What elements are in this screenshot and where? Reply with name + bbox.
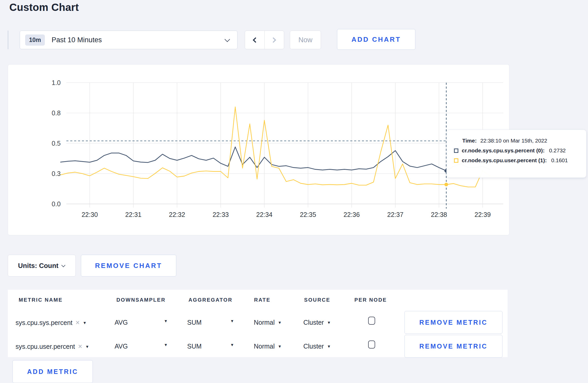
rate-select[interactable]: Normal ▼ bbox=[254, 343, 282, 350]
page-title: Custom Chart bbox=[9, 2, 79, 13]
series-swatch-icon bbox=[454, 148, 458, 153]
x-axis-tick-label: 22:34 bbox=[256, 211, 272, 218]
tooltip-series-name: cr.node.sys.cpu.user.percent (1): bbox=[462, 157, 547, 164]
col-header-aggregator: AGGREGATOR bbox=[188, 297, 233, 303]
y-axis-tick-label: 0.0 bbox=[52, 200, 61, 208]
col-header-downsampler: DOWNSAMPLER bbox=[116, 297, 166, 303]
metric-name-value: sys.cpu.sys.percent bbox=[16, 319, 73, 327]
y-axis-tick-label: 0.5 bbox=[52, 140, 61, 147]
x-axis-tick-label: 22:30 bbox=[82, 211, 98, 218]
downsampler-select-caret[interactable]: ▼ bbox=[164, 343, 168, 347]
tooltip-series-name: cr.node.sys.cpu.sys.percent (0): bbox=[462, 147, 545, 154]
chevron-left-icon bbox=[253, 37, 258, 42]
tooltip-series-value: 0.2732 bbox=[549, 147, 566, 154]
source-value: Cluster bbox=[303, 319, 324, 326]
aggregator-value[interactable]: SUM bbox=[187, 319, 202, 326]
downsampler-value[interactable]: AVG bbox=[115, 319, 128, 326]
caret-down-icon: ▼ bbox=[327, 320, 331, 325]
now-button[interactable]: Now bbox=[290, 31, 321, 49]
remove-metric-button[interactable]: REMOVE METRIC bbox=[404, 311, 502, 334]
source-value: Cluster bbox=[303, 343, 324, 350]
source-select[interactable]: Cluster ▼ bbox=[303, 343, 331, 350]
clear-icon[interactable]: × bbox=[76, 319, 80, 327]
metric-name-select[interactable]: sys.cpu.user.percent × ▼ bbox=[16, 343, 89, 351]
col-header-rate: RATE bbox=[254, 297, 270, 303]
time-range-badge: 10m bbox=[25, 34, 45, 46]
downsampler-value[interactable]: AVG bbox=[115, 343, 128, 350]
custom-chart-page: Custom Chart 10m Past 10 Minutes Now ADD… bbox=[0, 0, 588, 383]
rate-select[interactable]: Normal ▼ bbox=[254, 319, 282, 326]
tooltip-time-label: Time: bbox=[462, 138, 477, 144]
time-range-pager bbox=[245, 31, 284, 49]
tooltip-series-value: 0.1601 bbox=[551, 157, 568, 164]
toolbar-divider bbox=[8, 31, 8, 49]
x-axis-tick-label: 22:35 bbox=[300, 211, 316, 218]
tooltip-series-entry: cr.node.sys.cpu.user.percent (1): 0.1601 bbox=[454, 157, 581, 164]
y-axis-tick-label: 0.8 bbox=[52, 109, 61, 117]
aggregator-select-caret[interactable]: ▼ bbox=[230, 343, 234, 347]
x-axis-tick-label: 22:37 bbox=[387, 211, 404, 218]
source-select[interactable]: Cluster ▼ bbox=[303, 319, 331, 326]
col-header-per-node: PER NODE bbox=[354, 297, 387, 303]
add-chart-button[interactable]: ADD CHART bbox=[337, 29, 415, 50]
series-line bbox=[61, 107, 490, 187]
metric-name-select[interactable]: sys.cpu.sys.percent × ▼ bbox=[16, 319, 87, 327]
chart-card: 1.00.80.50.30.022:3022:3122:3222:3322:34… bbox=[8, 64, 509, 235]
downsampler-select-caret[interactable]: ▼ bbox=[164, 319, 168, 323]
per-node-checkbox[interactable] bbox=[368, 341, 375, 349]
metric-name-value: sys.cpu.user.percent bbox=[16, 343, 75, 350]
next-time-button[interactable] bbox=[264, 31, 284, 49]
caret-down-icon: ▼ bbox=[278, 320, 282, 325]
caret-down-icon: ▼ bbox=[85, 344, 89, 349]
time-range-label: Past 10 Minutes bbox=[52, 36, 102, 44]
y-axis-tick-label: 1.0 bbox=[52, 79, 61, 86]
remove-chart-button[interactable]: REMOVE CHART bbox=[81, 255, 176, 276]
units-label: Units: Count bbox=[18, 262, 59, 270]
caret-down-icon: ▼ bbox=[327, 344, 331, 349]
rate-value: Normal bbox=[254, 343, 275, 350]
x-axis-tick-label: 22:36 bbox=[344, 211, 360, 218]
per-node-checkbox[interactable] bbox=[368, 317, 375, 325]
caret-down-icon: ▼ bbox=[83, 321, 87, 325]
remove-metric-button[interactable]: REMOVE METRIC bbox=[404, 335, 502, 358]
aggregator-value[interactable]: SUM bbox=[187, 343, 202, 350]
add-metric-button[interactable]: ADD METRIC bbox=[12, 360, 93, 383]
aggregator-select-caret[interactable]: ▼ bbox=[230, 319, 234, 323]
x-axis-tick-label: 22:33 bbox=[213, 211, 229, 218]
clear-icon[interactable]: × bbox=[78, 343, 82, 351]
x-axis-tick-label: 22:32 bbox=[169, 211, 185, 218]
x-axis-tick-label: 22:39 bbox=[474, 211, 491, 218]
chevron-down-icon bbox=[61, 263, 66, 267]
chevron-down-icon bbox=[225, 37, 230, 42]
hovered-point-dot bbox=[444, 183, 448, 186]
prev-time-button[interactable] bbox=[245, 31, 264, 49]
col-header-metric-name: METRIC NAME bbox=[19, 297, 63, 303]
cpu-usage-chart[interactable]: 1.00.80.50.30.022:3022:3122:3222:3322:34… bbox=[8, 65, 510, 236]
chart-tooltip: Time: 22:38:10 on Mar 15th, 2022 cr.node… bbox=[446, 130, 586, 178]
units-select[interactable]: Units: Count bbox=[8, 255, 76, 276]
chevron-right-icon bbox=[271, 37, 276, 42]
tooltip-time-row: Time: 22:38:10 on Mar 15th, 2022 bbox=[454, 138, 581, 144]
rate-value: Normal bbox=[254, 319, 275, 326]
y-axis-tick-label: 0.3 bbox=[52, 170, 61, 177]
tooltip-series-entry: cr.node.sys.cpu.sys.percent (0): 0.2732 bbox=[454, 147, 581, 154]
time-range-select[interactable]: 10m Past 10 Minutes bbox=[20, 31, 237, 49]
x-axis-tick-label: 22:31 bbox=[125, 211, 142, 218]
col-header-source: SOURCE bbox=[304, 297, 330, 303]
caret-down-icon: ▼ bbox=[278, 344, 282, 349]
x-axis-tick-label: 22:38 bbox=[431, 211, 447, 218]
series-swatch-icon bbox=[454, 158, 458, 163]
tooltip-time-value: 22:38:10 on Mar 15th, 2022 bbox=[480, 138, 547, 144]
